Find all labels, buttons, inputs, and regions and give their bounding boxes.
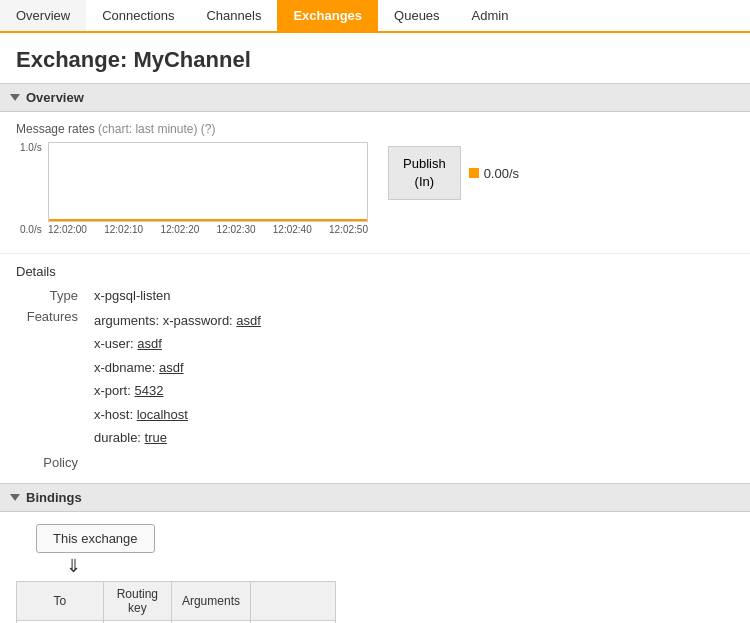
type-value: x-pgsql-listen bbox=[86, 285, 269, 306]
details-table: Type x-pgsql-listen Features arguments: … bbox=[16, 285, 269, 473]
policy-value bbox=[86, 452, 269, 473]
details-features-row: Features arguments: x-password: asdf x-u… bbox=[16, 306, 269, 452]
durable-link[interactable]: true bbox=[145, 430, 167, 445]
overview-section: Message rates (chart: last minute) (?) 1… bbox=[0, 112, 750, 245]
nav-exchanges[interactable]: Exchanges bbox=[277, 0, 378, 31]
features-value: arguments: x-password: asdf x-user: asdf… bbox=[86, 306, 269, 452]
bindings-collapse-icon bbox=[10, 494, 20, 501]
nav-connections[interactable]: Connections bbox=[86, 0, 190, 31]
dbname-link[interactable]: asdf bbox=[159, 360, 184, 375]
publish-box: Publish (In) 0.00/s bbox=[388, 146, 519, 200]
chart-line bbox=[49, 219, 367, 221]
top-nav: Overview Connections Channels Exchanges … bbox=[0, 0, 750, 33]
host-link[interactable]: localhost bbox=[137, 407, 188, 422]
bindings-table-header-row: To Routing key Arguments bbox=[17, 582, 336, 621]
chart-wrapper: 1.0/s 0.0/s 12:02:00 12:02:10 12:02:20 1… bbox=[48, 142, 368, 235]
details-policy-row: Policy bbox=[16, 452, 269, 473]
arrow-down-icon: ⇓ bbox=[66, 555, 734, 577]
bindings-table: To Routing key Arguments MyChannel Unbin… bbox=[16, 581, 336, 623]
port-link[interactable]: 5432 bbox=[134, 383, 163, 398]
overview-label: Overview bbox=[26, 90, 84, 105]
details-section: Details Type x-pgsql-listen Features arg… bbox=[0, 253, 750, 483]
col-action bbox=[250, 582, 335, 621]
collapse-icon bbox=[10, 94, 20, 101]
this-exchange-box: This exchange bbox=[36, 524, 155, 553]
publish-rate: 0.00/s bbox=[469, 166, 519, 181]
rate-dot-icon bbox=[469, 168, 479, 178]
overview-section-header[interactable]: Overview bbox=[0, 83, 750, 112]
message-rates-label: Message rates (chart: last minute) (?) bbox=[16, 122, 734, 136]
type-label: Type bbox=[16, 285, 86, 306]
page-title: Exchange: MyChannel bbox=[0, 33, 750, 83]
bindings-section: This exchange ⇓ To Routing key Arguments… bbox=[0, 512, 750, 623]
chart-y-labels: 1.0/s 0.0/s bbox=[20, 142, 42, 235]
password-link[interactable]: asdf bbox=[236, 313, 261, 328]
nav-channels[interactable]: Channels bbox=[190, 0, 277, 31]
details-type-row: Type x-pgsql-listen bbox=[16, 285, 269, 306]
nav-admin[interactable]: Admin bbox=[456, 0, 525, 31]
nav-queues[interactable]: Queues bbox=[378, 0, 456, 31]
user-link[interactable]: asdf bbox=[137, 336, 162, 351]
col-routing-key: Routing key bbox=[103, 582, 171, 621]
bindings-label: Bindings bbox=[26, 490, 82, 505]
chart-x-labels: 12:02:00 12:02:10 12:02:20 12:02:30 12:0… bbox=[48, 224, 368, 235]
chart-publish-row: 1.0/s 0.0/s 12:02:00 12:02:10 12:02:20 1… bbox=[16, 142, 734, 235]
col-arguments: Arguments bbox=[171, 582, 250, 621]
details-title: Details bbox=[16, 264, 734, 279]
nav-overview[interactable]: Overview bbox=[0, 0, 86, 31]
features-label: Features bbox=[16, 306, 86, 452]
col-to: To bbox=[17, 582, 104, 621]
chart-canvas bbox=[48, 142, 368, 222]
bindings-section-header[interactable]: Bindings bbox=[0, 483, 750, 512]
publish-button[interactable]: Publish (In) bbox=[388, 146, 461, 200]
policy-label: Policy bbox=[16, 452, 86, 473]
